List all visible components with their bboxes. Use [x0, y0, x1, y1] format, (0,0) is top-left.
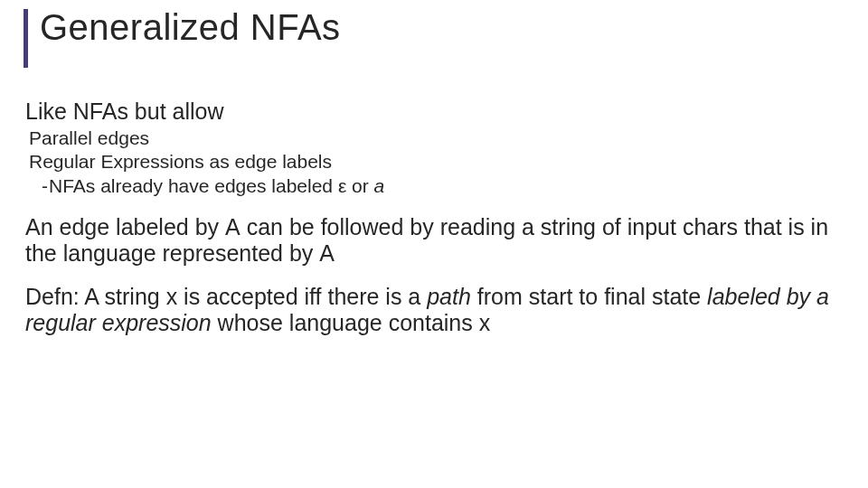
edge-A1: A: [225, 214, 241, 239]
b3-or: or: [346, 175, 373, 196]
b3-prefix: NFAs already have edges labeled: [49, 175, 338, 196]
slide: Generalized NFAs Like NFAs but allow Par…: [0, 0, 868, 488]
slide-body: Like NFAs but allow Parallel edges Regul…: [25, 98, 850, 337]
defn-path: path: [427, 284, 471, 309]
accent-bar: [24, 9, 28, 68]
defn-d3: whose language contains x: [212, 310, 491, 335]
bullet-regex-labels: Regular Expressions as edge labels: [29, 150, 850, 174]
defn-d1: Defn: A string x is accepted iff there i…: [25, 284, 427, 309]
edge-p1: An edge labeled by: [25, 214, 225, 239]
bullet-nfa-edges: -NFAs already have edges labeled ε or a: [42, 174, 850, 198]
defn-paragraph: Defn: A string x is accepted iff there i…: [25, 284, 850, 337]
b3-a: a: [374, 175, 385, 196]
bullet-parallel-edges: Parallel edges: [29, 127, 850, 150]
intro-line: Like NFAs but allow: [25, 98, 850, 125]
dash-icon: -: [42, 174, 49, 198]
defn-d2: from start to final state: [471, 284, 707, 309]
edge-A2: A: [319, 240, 335, 266]
slide-title: Generalized NFAs: [40, 7, 341, 48]
edge-paragraph: An edge labeled by A can be followed by …: [25, 214, 850, 267]
epsilon-symbol: ε: [338, 175, 346, 196]
